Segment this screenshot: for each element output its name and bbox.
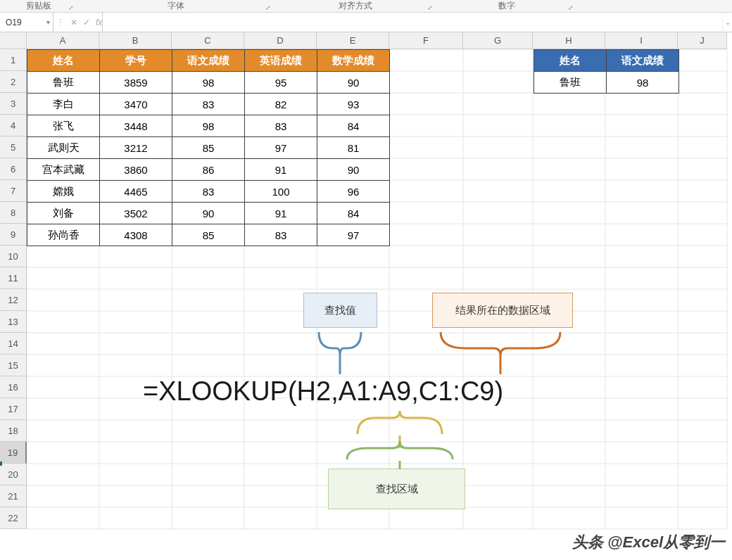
column-header-F[interactable]: F <box>389 32 463 49</box>
cell[interactable]: 84 <box>317 203 390 224</box>
row-header-19[interactable]: 19 <box>0 442 27 464</box>
row-header-14[interactable]: 14 <box>0 333 27 355</box>
confirm-button[interactable]: ✓ <box>80 18 93 27</box>
row-header-4[interactable]: 4 <box>0 115 27 136</box>
cell[interactable]: 85 <box>172 224 245 246</box>
dialog-launcher-icon[interactable]: ⤢ <box>568 4 574 11</box>
cell[interactable]: 82 <box>245 94 317 115</box>
cell[interactable]: 孙尚香 <box>27 224 100 246</box>
row-header-2[interactable]: 2 <box>0 71 27 93</box>
cell[interactable]: 3448 <box>100 115 172 137</box>
cell[interactable]: 90 <box>172 203 245 224</box>
cell[interactable]: 83 <box>245 224 317 246</box>
select-all-corner[interactable] <box>0 32 27 49</box>
cell[interactable]: 4465 <box>100 181 172 203</box>
column-header-C[interactable]: C <box>172 32 244 49</box>
cell[interactable]: 85 <box>172 137 245 159</box>
lookup-header-1[interactable]: 语文成绩 <box>607 50 679 72</box>
cell[interactable]: 95 <box>245 72 317 94</box>
dialog-launcher-icon[interactable]: ⤢ <box>427 4 433 11</box>
cells-area[interactable]: 姓名学号语文成绩英语成绩数学成绩鲁班3859989590李白3470838293… <box>27 49 732 560</box>
cell[interactable]: 武则天 <box>27 137 100 159</box>
table-row[interactable]: 嫦娥44658310096 <box>27 181 390 203</box>
column-header-H[interactable]: H <box>533 32 605 49</box>
row-header-3[interactable]: 3 <box>0 93 27 115</box>
row-header-22[interactable]: 22 <box>0 507 27 529</box>
row-header-8[interactable]: 8 <box>0 202 27 224</box>
row-header-1[interactable]: 1 <box>0 49 27 71</box>
row-header-15[interactable]: 15 <box>0 355 27 376</box>
column-header-E[interactable]: E <box>317 32 389 49</box>
row-header-6[interactable]: 6 <box>0 158 27 180</box>
table-row[interactable]: 鲁班3859989590 <box>27 72 390 94</box>
column-header-D[interactable]: D <box>244 32 317 49</box>
row-header-5[interactable]: 5 <box>0 136 27 158</box>
cell[interactable]: 鲁班 <box>27 72 100 94</box>
cell[interactable]: 81 <box>317 137 390 159</box>
cell[interactable]: 84 <box>317 115 390 137</box>
cell[interactable]: 90 <box>317 72 390 94</box>
column-header-J[interactable]: J <box>678 32 727 49</box>
cell[interactable]: 86 <box>172 159 245 181</box>
row-header-21[interactable]: 21 <box>0 485 27 507</box>
row-header-13[interactable]: 13 <box>0 311 27 333</box>
cancel-button[interactable]: ✕ <box>68 18 80 27</box>
cell[interactable]: 90 <box>317 159 390 181</box>
row-header-18[interactable]: 18 <box>0 420 27 442</box>
name-box[interactable]: O19 ▾ <box>0 13 53 32</box>
chevron-down-icon[interactable]: ▾ <box>46 18 50 26</box>
cell[interactable]: 93 <box>317 94 390 115</box>
row-header-12[interactable]: 12 <box>0 289 27 311</box>
cell[interactable]: 98 <box>172 72 245 94</box>
row-header-10[interactable]: 10 <box>0 246 27 267</box>
column-header-B[interactable]: B <box>99 32 172 49</box>
column-header-I[interactable]: I <box>605 32 678 49</box>
main-header-3[interactable]: 英语成绩 <box>245 50 317 72</box>
dialog-launcher-icon[interactable]: ⤢ <box>68 4 74 11</box>
cell[interactable]: 嫦娥 <box>27 181 100 203</box>
row-header-9[interactable]: 9 <box>0 224 27 246</box>
main-header-0[interactable]: 姓名 <box>27 50 100 72</box>
table-row[interactable]: 武则天3212859781 <box>27 137 390 159</box>
cell[interactable]: 98 <box>607 72 679 94</box>
cell[interactable]: 3502 <box>100 203 172 224</box>
cell[interactable]: 100 <box>245 181 317 203</box>
cell[interactable]: 鲁班 <box>534 72 607 94</box>
cell[interactable]: 李白 <box>27 94 100 115</box>
table-row[interactable]: 张飞3448988384 <box>27 115 390 137</box>
cell[interactable]: 3470 <box>100 94 172 115</box>
main-header-4[interactable]: 数学成绩 <box>317 50 390 72</box>
table-row[interactable]: 鲁班98 <box>534 72 679 94</box>
row-header-17[interactable]: 17 <box>0 398 27 420</box>
cell[interactable]: 96 <box>317 181 390 203</box>
main-header-2[interactable]: 语文成绩 <box>172 50 245 72</box>
cell[interactable]: 83 <box>245 115 317 137</box>
cell[interactable]: 刘备 <box>27 203 100 224</box>
cell[interactable]: 97 <box>245 137 317 159</box>
cell[interactable]: 91 <box>245 203 317 224</box>
row-header-20[interactable]: 20 <box>0 464 27 485</box>
cell[interactable]: 3859 <box>100 72 172 94</box>
formula-input[interactable] <box>103 13 722 32</box>
row-header-16[interactable]: 16 <box>0 376 27 398</box>
row-header-7[interactable]: 7 <box>0 180 27 202</box>
dialog-launcher-icon[interactable]: ⤢ <box>265 4 271 11</box>
lookup-header-0[interactable]: 姓名 <box>534 50 607 72</box>
cell[interactable]: 宫本武藏 <box>27 159 100 181</box>
cell[interactable]: 83 <box>172 94 245 115</box>
table-row[interactable]: 宫本武藏3860869190 <box>27 159 390 181</box>
table-row[interactable]: 李白3470838293 <box>27 94 390 115</box>
cell[interactable]: 97 <box>317 224 390 246</box>
cell[interactable]: 张飞 <box>27 115 100 137</box>
cell[interactable]: 4308 <box>100 224 172 246</box>
table-row[interactable]: 孙尚香4308858397 <box>27 224 390 246</box>
cell[interactable]: 98 <box>172 115 245 137</box>
formula-bar-expand-icon[interactable]: ⌄ <box>722 13 732 32</box>
table-row[interactable]: 刘备3502909184 <box>27 203 390 224</box>
cell[interactable]: 83 <box>172 181 245 203</box>
cell[interactable]: 91 <box>245 159 317 181</box>
row-header-11[interactable]: 11 <box>0 267 27 289</box>
main-header-1[interactable]: 学号 <box>100 50 172 72</box>
cell[interactable]: 3860 <box>100 159 172 181</box>
column-header-G[interactable]: G <box>463 32 533 49</box>
